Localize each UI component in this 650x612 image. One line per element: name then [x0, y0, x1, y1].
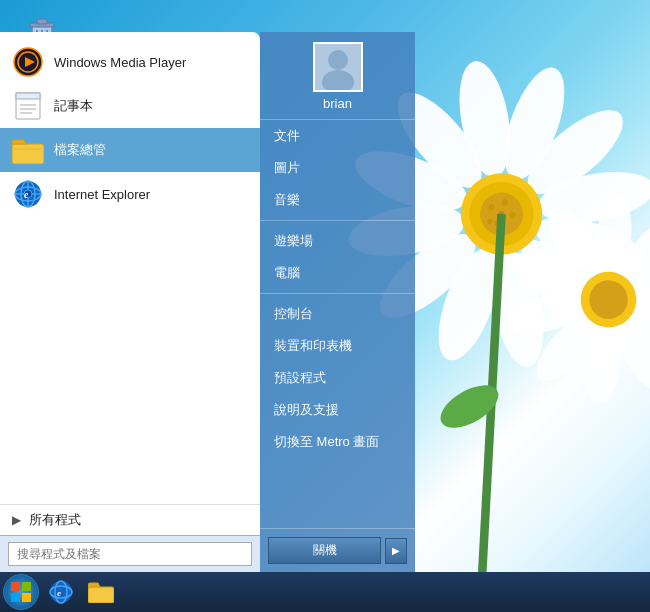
right-menu-music[interactable]: 音樂	[260, 184, 415, 216]
right-menu-control-panel[interactable]: 控制台	[260, 298, 415, 330]
pinned-apps-list: Windows Media Player 記事本	[0, 32, 260, 504]
notepad-label: 記事本	[54, 97, 93, 115]
taskbar: e	[0, 572, 650, 612]
shutdown-section: 關機 ▶	[260, 528, 415, 572]
svg-rect-65	[22, 593, 31, 602]
wmp-icon	[12, 46, 44, 78]
right-menu-devices[interactable]: 裝置和印表機	[260, 330, 415, 362]
svg-point-60	[328, 50, 348, 70]
svg-rect-51	[14, 148, 42, 150]
ie-icon: e	[12, 178, 44, 210]
wmp-label: Windows Media Player	[54, 55, 186, 70]
ie-label: Internet Explorer	[54, 187, 150, 202]
shutdown-button[interactable]: 關機	[268, 537, 381, 564]
start-menu-right-panel: brian 文件 圖片 音樂 遊樂場 電腦 控制台	[260, 32, 415, 572]
avatar-svg	[315, 44, 361, 90]
notepad-icon	[12, 90, 44, 122]
all-programs-section[interactable]: ▶ 所有程式	[0, 504, 260, 535]
svg-text:e: e	[57, 588, 61, 598]
username-label: brian	[323, 96, 352, 111]
search-input[interactable]	[8, 542, 252, 566]
filemanager-label: 檔案總管	[54, 141, 106, 159]
divider-1	[260, 220, 415, 221]
right-menu-documents[interactable]: 文件	[260, 120, 415, 152]
desktop: 資源回收筒 Windows Media Player	[0, 0, 650, 612]
right-menu-computer[interactable]: 電腦	[260, 257, 415, 289]
taskbar-folder-icon[interactable]	[83, 574, 119, 610]
user-section: brian	[260, 32, 415, 120]
menu-item-notepad[interactable]: 記事本	[0, 84, 260, 128]
all-programs-label: 所有程式	[29, 511, 81, 529]
menu-item-wmp[interactable]: Windows Media Player	[0, 40, 260, 84]
right-menu-metro[interactable]: 切換至 Metro 畫面	[260, 426, 415, 458]
right-menu-games[interactable]: 遊樂場	[260, 225, 415, 257]
all-programs-arrow: ▶	[12, 513, 21, 527]
taskbar-folder-svg	[88, 581, 114, 603]
right-menu-pictures[interactable]: 圖片	[260, 152, 415, 184]
right-menu-defaults[interactable]: 預設程式	[260, 362, 415, 394]
user-avatar[interactable]	[313, 42, 363, 92]
menu-item-filemanager[interactable]: 檔案總管	[0, 128, 260, 172]
svg-point-66	[50, 581, 72, 603]
start-menu: Windows Media Player 記事本	[0, 32, 510, 572]
svg-rect-37	[37, 19, 47, 24]
filemanager-icon	[12, 134, 44, 166]
start-button[interactable]	[3, 574, 39, 610]
svg-text:e: e	[24, 189, 29, 200]
windows-logo-icon	[10, 581, 32, 603]
divider-2	[260, 293, 415, 294]
svg-rect-62	[11, 582, 20, 591]
svg-rect-63	[22, 582, 31, 591]
taskbar-ie-svg: e	[49, 580, 73, 604]
svg-rect-70	[88, 587, 114, 603]
taskbar-ie-icon[interactable]: e	[43, 574, 79, 610]
start-menu-left-panel: Windows Media Player 記事本	[0, 32, 260, 572]
right-menu-help[interactable]: 說明及支援	[260, 394, 415, 426]
svg-rect-64	[11, 593, 20, 602]
svg-rect-50	[12, 144, 44, 164]
svg-rect-46	[16, 93, 40, 99]
search-box-container	[0, 535, 260, 572]
menu-item-ie[interactable]: e Internet Explorer	[0, 172, 260, 216]
shutdown-arrow-button[interactable]: ▶	[385, 538, 407, 564]
